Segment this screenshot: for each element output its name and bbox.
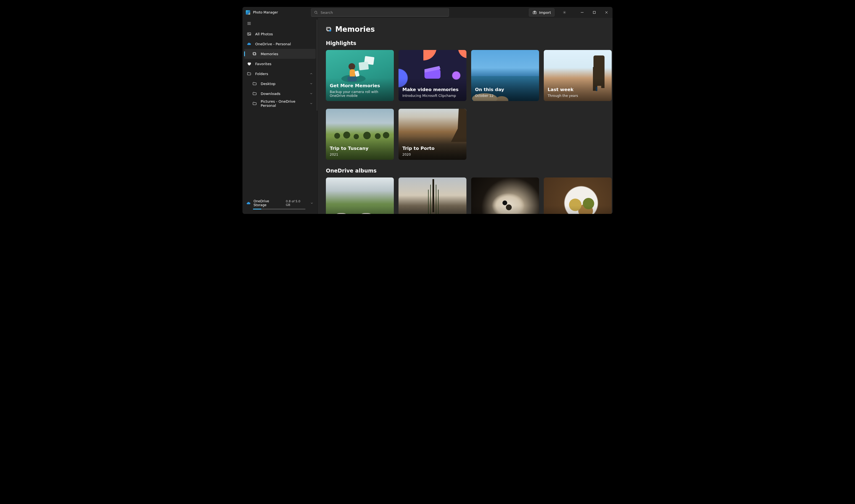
close-icon <box>605 11 608 14</box>
maximize-icon <box>593 11 596 14</box>
memories-page-icon <box>326 26 332 32</box>
svg-rect-2 <box>533 12 536 14</box>
section-highlights: Highlights <box>326 40 604 46</box>
chevron-down-icon <box>310 201 313 205</box>
storage-bar <box>253 209 306 210</box>
card-subtitle: 2020 <box>402 152 463 157</box>
svg-point-5 <box>564 12 565 13</box>
storage-panel[interactable]: OneDrive Storage 0.8 of 5.0 GB <box>243 197 317 214</box>
highlight-card-get-more[interactable]: Get More Memories Backup your camera rol… <box>326 50 394 101</box>
highlight-card-last-week[interactable]: Last week Through the years <box>544 50 612 101</box>
storage-label: OneDrive Storage <box>254 199 283 207</box>
page-title: Memories <box>335 25 375 33</box>
highlight-card-tuscany[interactable]: Trip to Tuscany 2021 <box>326 109 394 160</box>
card-title: Get More Memories <box>330 83 390 88</box>
card-title: Last week <box>548 87 608 92</box>
svg-rect-24 <box>350 69 355 77</box>
nav-folders[interactable]: Folders <box>244 69 316 79</box>
search-input[interactable] <box>321 11 446 15</box>
svg-point-19 <box>329 30 331 32</box>
nav-label: Pictures - OneDrive Personal <box>261 100 306 108</box>
search-icon <box>314 11 318 14</box>
card-title: Make video memories <box>402 87 463 92</box>
minimize-icon <box>580 11 584 14</box>
titlebar: Photo Manager Import <box>243 7 612 18</box>
nav-label: All Photos <box>255 32 273 36</box>
highlights-row-2: Trip to Tuscany 2021 Trip to Porto 2020 <box>326 109 604 160</box>
minimize-button[interactable] <box>576 7 588 18</box>
import-label: Import <box>539 11 551 15</box>
svg-rect-25 <box>347 76 357 82</box>
nav-label: OneDrive - Personal <box>255 42 291 46</box>
nav-favorites[interactable]: Favorites <box>244 59 316 69</box>
search-box[interactable] <box>311 8 449 17</box>
hamburger-icon <box>247 21 251 26</box>
storage-usage: 0.8 of 5.0 GB <box>286 200 306 207</box>
nav-memories[interactable]: Memories <box>244 49 316 59</box>
nav-folder-pictures[interactable]: Pictures - OneDrive Personal <box>244 98 316 108</box>
maximize-button[interactable] <box>588 7 600 18</box>
highlight-card-clipchamp[interactable]: Make video memories Introducing Microsof… <box>399 50 467 101</box>
album-card-cycling[interactable]: Cycling Trips <box>399 178 467 214</box>
gear-icon <box>563 11 566 14</box>
section-albums: OneDrive albums <box>326 167 604 174</box>
main-content: Memories Highlights <box>318 18 612 214</box>
onedrive-icon <box>247 42 251 46</box>
folder-icon <box>252 82 257 86</box>
svg-rect-21 <box>359 61 369 70</box>
app-icon <box>246 10 250 15</box>
app-window: Photo Manager Import <box>243 7 612 214</box>
nav-all-photos[interactable]: All Photos <box>244 29 316 39</box>
decorative-blob <box>423 50 437 60</box>
nav-label: Memories <box>261 52 278 56</box>
card-subtitle: 2021 <box>330 152 390 157</box>
albums-row: Camping in Connemara Cycling Trips Pets … <box>326 178 604 214</box>
album-card-pets[interactable]: Pets <box>471 178 539 214</box>
svg-line-1 <box>316 13 317 14</box>
chevron-down-icon <box>310 102 313 105</box>
chevron-down-icon <box>310 82 313 85</box>
onedrive-illustration <box>339 55 381 85</box>
import-icon <box>533 10 537 15</box>
card-subtitle: Through the years <box>548 94 608 98</box>
sidebar: All Photos OneDrive - Personal Memories <box>243 18 318 214</box>
folder-icon <box>252 91 257 96</box>
card-title: Trip to Tuscany <box>330 146 390 151</box>
highlight-card-on-this-day[interactable]: On this day October 12 <box>471 50 539 101</box>
hamburger-button[interactable] <box>243 18 317 29</box>
card-subtitle: October 12 <box>475 94 535 98</box>
nav-onedrive-personal[interactable]: OneDrive - Personal <box>244 39 316 49</box>
sidebar-scrollbar[interactable] <box>317 20 317 111</box>
app-title: Photo Manager <box>253 11 278 14</box>
nav-folder-desktop[interactable]: Desktop <box>244 79 316 89</box>
nav-label: Favorites <box>255 62 272 66</box>
nav-label: Downloads <box>261 92 280 96</box>
svg-point-14 <box>248 33 249 34</box>
folder-icon <box>247 71 251 76</box>
chevron-down-icon <box>310 92 313 95</box>
folder-icon <box>252 101 257 106</box>
photos-icon <box>247 32 251 36</box>
album-card-connemara[interactable]: Camping in Connemara <box>326 178 394 214</box>
clipchamp-icon <box>423 63 442 80</box>
album-card-food[interactable]: Food Pics <box>544 178 612 214</box>
memories-icon <box>252 52 257 56</box>
card-title: On this day <box>475 87 535 92</box>
svg-point-3 <box>534 12 535 13</box>
nav-label: Desktop <box>261 82 276 86</box>
import-button[interactable]: Import <box>529 8 555 17</box>
svg-point-0 <box>315 11 317 13</box>
card-subtitle: Backup your camera roll with OneDrive mo… <box>330 90 390 98</box>
nav-folder-downloads[interactable]: Downloads <box>244 89 316 98</box>
settings-button[interactable] <box>558 7 571 18</box>
highlight-card-porto[interactable]: Trip to Porto 2020 <box>399 109 467 160</box>
nav-label: Folders <box>255 72 268 76</box>
decorative-blob <box>458 50 467 58</box>
card-title: Trip to Porto <box>402 146 463 151</box>
svg-point-23 <box>349 63 355 70</box>
svg-rect-7 <box>593 11 595 14</box>
svg-rect-4 <box>534 11 535 12</box>
chevron-up-icon <box>310 72 313 75</box>
body: All Photos OneDrive - Personal Memories <box>243 18 612 214</box>
close-button[interactable] <box>600 7 612 18</box>
